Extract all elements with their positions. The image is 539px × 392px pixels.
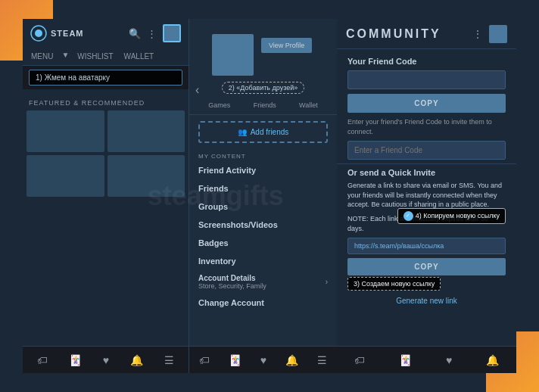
invite-link-url: https://s.team/p/ваша/ссылка <box>347 238 506 254</box>
steam-header-icons: 🔍 ⋮ <box>129 24 181 42</box>
right-bell-icon[interactable]: 🔔 <box>486 354 499 366</box>
right-bottom-nav: 🏷 🃏 ♥ 🔔 <box>337 346 516 373</box>
friend-code-description: Enter your friend's Friend Code to invit… <box>347 117 506 136</box>
friend-code-label: Your Friend Code <box>347 57 506 66</box>
quick-invite-description: Generate a link to share via email or SM… <box>347 181 506 210</box>
profile-avatar-area: View Profile <box>189 26 337 79</box>
bottom-heart-icon[interactable]: ♥ <box>103 354 109 366</box>
game-tile-2[interactable] <box>107 110 185 152</box>
add-friends-icon: 👥 <box>238 128 247 136</box>
main-container: STEAM 🔍 ⋮ MENU ▼ WISHLIST WALLET 1) Жмем… <box>23 19 516 373</box>
mid-heart-icon[interactable]: ♥ <box>260 354 266 366</box>
view-profile-btn[interactable]: View Profile <box>261 38 312 53</box>
nav-wishlist[interactable]: WISHLIST <box>75 51 115 62</box>
account-sub-label: Store, Security, Family <box>198 282 266 290</box>
game-tile-4[interactable] <box>107 155 185 197</box>
menu-change-account[interactable]: Change Account <box>189 294 337 312</box>
left-bottom-nav: 🏷 🃏 ♥ 🔔 ☰ <box>23 346 188 373</box>
tab-wallet[interactable]: Wallet <box>295 100 322 110</box>
tooltip-generate-link: 3) Создаем новую ссылку <box>347 277 441 291</box>
back-button[interactable]: ‹ <box>195 83 199 97</box>
add-friends-btn-label: Add friends <box>251 128 289 136</box>
community-user-avatar[interactable] <box>489 25 507 43</box>
mid-card-icon[interactable]: 🃏 <box>229 354 241 366</box>
svg-point-1 <box>35 30 42 37</box>
tooltip-add-friends: 2) «Добавить друзей» <box>222 82 305 94</box>
friend-code-input[interactable] <box>347 70 506 89</box>
right-tag-icon[interactable]: 🏷 <box>354 354 365 366</box>
bottom-card-icon[interactable]: 🃏 <box>69 354 82 366</box>
tab-friends[interactable]: Friends <box>250 100 280 110</box>
friend-code-section: Your Friend Code COPY Enter your friend'… <box>337 49 516 163</box>
community-header: COMMUNITY ⋮ <box>337 19 516 49</box>
featured-label: FEATURED & RECOMMENDED <box>29 99 185 107</box>
steam-logo: STEAM <box>30 25 84 42</box>
note-text: NOTE: Each link <box>347 215 398 222</box>
right-heart-icon[interactable]: ♥ <box>446 354 452 366</box>
right-card-icon[interactable]: 🃏 <box>399 354 412 366</box>
menu-account-details[interactable]: Account Details Store, Security, Family … <box>189 270 337 294</box>
add-friends-button[interactable]: 👥 Add friends <box>198 121 328 143</box>
bottom-bell-icon[interactable]: 🔔 <box>130 354 143 366</box>
nav-wallet[interactable]: WALLET <box>122 51 157 62</box>
steam-logo-icon <box>30 25 47 42</box>
profile-avatar[interactable] <box>212 34 254 76</box>
quick-invite-label: Or send a Quick Invite <box>347 168 506 177</box>
community-header-right: ⋮ <box>472 25 507 43</box>
menu-friend-activity[interactable]: Friend Activity <box>189 161 337 179</box>
copy-friend-code-btn[interactable]: COPY <box>347 94 506 113</box>
bottom-menu-icon[interactable]: ☰ <box>164 354 174 366</box>
generate-new-link-btn[interactable]: Generate new link <box>347 294 506 308</box>
search-icon[interactable]: 🔍 <box>129 28 141 39</box>
quick-invite-section: Or send a Quick Invite Generate a link t… <box>337 163 516 312</box>
menu-badges[interactable]: Badges <box>189 234 337 252</box>
mid-menu-icon[interactable]: ☰ <box>317 354 327 366</box>
mid-tag-icon[interactable]: 🏷 <box>199 354 210 366</box>
checkmark-icon: ✓ <box>403 211 413 221</box>
community-more-icon[interactable]: ⋮ <box>472 28 483 40</box>
middle-bottom-nav: 🏷 🃏 ♥ 🔔 ☰ <box>189 346 337 373</box>
bottom-tag-icon[interactable]: 🏷 <box>37 354 48 366</box>
menu-friends[interactable]: Friends <box>189 179 337 198</box>
game-tile-3[interactable] <box>26 155 104 197</box>
menu-screenshots[interactable]: Screenshots/Videos <box>189 216 337 234</box>
menu-inventory[interactable]: Inventory <box>189 252 337 270</box>
left-content: FEATURED & RECOMMENDED <box>23 89 188 346</box>
copy-link-btn[interactable]: COPY <box>347 258 506 275</box>
chevron-right-icon: › <box>326 278 328 286</box>
tooltip-copy-link: ✓ 4) Копируем новую ссылку <box>397 208 506 224</box>
my-content-label: MY CONTENT <box>189 149 337 161</box>
left-panel: STEAM 🔍 ⋮ MENU ▼ WISHLIST WALLET 1) Жмем… <box>23 19 189 373</box>
tooltip-avatar: 1) Жмем на аватарку <box>29 70 182 86</box>
menu-groups[interactable]: Groups <box>189 198 337 216</box>
right-panel: COMMUNITY ⋮ Your Friend Code COPY Enter … <box>337 19 516 373</box>
more-icon[interactable]: ⋮ <box>147 28 157 39</box>
user-avatar-small[interactable] <box>163 24 181 42</box>
game-tiles <box>26 110 185 197</box>
tooltip4-text: 4) Копируем новую ссылку <box>416 212 500 219</box>
game-tile-1[interactable] <box>26 110 104 152</box>
profile-tabs: Games Friends Wallet <box>189 96 337 115</box>
nav-menu[interactable]: MENU <box>29 51 55 62</box>
steam-logo-text: STEAM <box>51 29 84 38</box>
mid-bell-icon[interactable]: 🔔 <box>285 354 298 366</box>
middle-panel: ‹ View Profile 3) Создаем новую ссылку 2… <box>189 19 337 373</box>
nav-bar: MENU ▼ WISHLIST WALLET <box>23 48 188 66</box>
steam-header: STEAM 🔍 ⋮ <box>23 19 188 48</box>
account-details-label: Account Details <box>198 274 266 282</box>
tab-games[interactable]: Games <box>204 100 234 110</box>
community-title: COMMUNITY <box>346 27 441 41</box>
enter-friend-code-input[interactable] <box>347 141 506 160</box>
